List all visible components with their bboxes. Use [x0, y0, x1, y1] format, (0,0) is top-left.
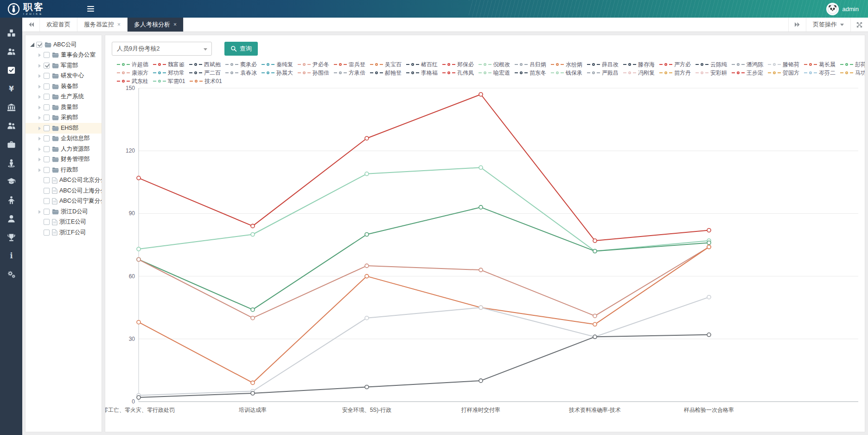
tree-node-企划信息部[interactable]: 企划信息部: [26, 134, 102, 144]
legend-item-孙围倍[interactable]: 孙围倍: [298, 69, 329, 77]
legend-item-潘鸿陈[interactable]: 潘鸿陈: [732, 61, 763, 69]
legend-item-岑芬二[interactable]: 岑芬二: [804, 69, 836, 77]
fullscreen-toggle-button[interactable]: [850, 18, 868, 32]
sidebar-toggle-button[interactable]: [81, 0, 100, 18]
legend-item-秦纯复[interactable]: 秦纯复: [262, 61, 293, 69]
tree-checkbox[interactable]: [44, 115, 50, 121]
legend-item-苗东冬[interactable]: 苗东冬: [515, 69, 546, 77]
tree-node-人力资源部[interactable]: 人力资源部: [26, 144, 102, 154]
tree-checkbox[interactable]: [44, 188, 50, 194]
tree-expander-icon[interactable]: [37, 135, 43, 141]
legend-item-郑保必[interactable]: 郑保必: [442, 61, 474, 69]
tree-expander-icon[interactable]: [37, 104, 43, 110]
legend-item-薛昌改[interactable]: 薛昌改: [587, 61, 619, 69]
tree-node-ABC公司[interactable]: ABC公司: [26, 39, 102, 50]
tabs-scroll-left-button[interactable]: [22, 18, 40, 32]
tree-node-浙江F公司[interactable]: 浙江F公司: [26, 227, 102, 238]
legend-item-苗方丹[interactable]: 苗方丹: [659, 69, 691, 77]
tree-expander-icon[interactable]: [37, 52, 43, 58]
sidebar-module-users[interactable]: [0, 42, 22, 61]
tree-checkbox[interactable]: [44, 146, 50, 152]
tree-checkbox[interactable]: [44, 209, 50, 215]
tree-checkbox[interactable]: [44, 167, 50, 173]
legend-item-西斌抱[interactable]: 西斌抱: [189, 61, 221, 69]
tree-checkbox[interactable]: [44, 135, 50, 141]
tree-checkbox[interactable]: [44, 230, 50, 236]
tree-node-董事会办公室[interactable]: 董事会办公室: [26, 50, 102, 61]
tree-checkbox[interactable]: [44, 73, 50, 79]
legend-item-郑功常[interactable]: 郑功常: [153, 69, 185, 77]
user-menu[interactable]: admin: [826, 3, 859, 15]
legend-item-钱保承[interactable]: 钱保承: [551, 69, 582, 77]
legend-item-许超德[interactable]: 许超德: [117, 61, 148, 69]
sidebar-module-cubes[interactable]: [0, 24, 22, 42]
tree-checkbox[interactable]: [44, 198, 50, 204]
legend-item-孔伟凤[interactable]: 孔伟凤: [442, 69, 474, 77]
sidebar-module-yen[interactable]: ¥: [0, 79, 22, 98]
tree-expander-icon[interactable]: [37, 83, 43, 90]
tree-expander-icon[interactable]: [37, 94, 43, 100]
legend-item-孙晨大[interactable]: 孙晨大: [262, 69, 293, 77]
legend-item-贺国方[interactable]: 贺国方: [768, 69, 799, 77]
sidebar-module-user[interactable]: [0, 209, 22, 228]
tree-expander-icon[interactable]: [37, 115, 43, 121]
tree-checkbox[interactable]: [44, 156, 50, 162]
legend-item-安彩耕[interactable]: 安彩耕: [696, 69, 727, 77]
legend-item-武东桂[interactable]: 武东桂: [117, 77, 148, 85]
tab-服务器监控[interactable]: 服务器监控×: [77, 18, 128, 32]
legend-item-严方必[interactable]: 严方必: [659, 61, 691, 69]
tree-checkbox[interactable]: [44, 104, 50, 110]
tree-node-ABC公司北京分公司[interactable]: ABC公司北京分公司: [26, 175, 102, 186]
tree-expander-icon[interactable]: [37, 146, 43, 152]
tree-node-质量部[interactable]: 质量部: [26, 102, 102, 113]
tree-node-财务管理部[interactable]: 财务管理部: [26, 154, 102, 165]
tree-checkbox[interactable]: [44, 94, 50, 100]
tree-expander-icon[interactable]: [37, 156, 43, 162]
legend-item-严殿昌[interactable]: 严殿昌: [587, 69, 619, 77]
tree-checkbox[interactable]: [44, 177, 50, 183]
legend-item-雷兵登[interactable]: 雷兵登: [334, 61, 365, 69]
tab-close-icon[interactable]: ×: [117, 22, 121, 27]
tree-node-研发中心[interactable]: 研发中心: [26, 71, 102, 82]
tree-expander-icon[interactable]: [29, 42, 35, 48]
sidebar-module-gears[interactable]: [0, 265, 22, 283]
tree-node-EHS部[interactable]: EHS部: [26, 123, 102, 134]
legend-item-魏富鉴[interactable]: 魏富鉴: [153, 61, 185, 69]
tree-node-装备部[interactable]: 装备部: [26, 81, 102, 92]
legend-item-技术01[interactable]: 技术01: [190, 77, 222, 85]
assessment-select[interactable]: 人员9月份考核2: [112, 42, 212, 56]
legend-item-喻宏道[interactable]: 喻宏道: [479, 69, 510, 77]
tab-close-icon[interactable]: ×: [173, 22, 177, 27]
tree-checkbox[interactable]: [44, 63, 50, 69]
tab-多人考核分析[interactable]: 多人考核分析×: [128, 18, 184, 32]
legend-item-滕铬荷[interactable]: 滕铬荷: [768, 61, 799, 69]
tree-node-军需部[interactable]: 军需部: [26, 60, 102, 71]
legend-item-冯刚复[interactable]: 冯刚复: [623, 69, 655, 77]
sidebar-module-trophy[interactable]: [0, 228, 22, 246]
tab-operations-dropdown[interactable]: 页签操作: [806, 18, 850, 32]
legend-item-严二百[interactable]: 严二百: [189, 69, 221, 77]
legend-item-水纷炳[interactable]: 水纷炳: [551, 61, 582, 69]
tree-node-浙江D公司[interactable]: 浙江D公司: [26, 206, 102, 217]
tree-node-采购部[interactable]: 采购部: [26, 113, 102, 123]
tree-node-生产系统[interactable]: 生产系统: [26, 92, 102, 102]
tree-expander-icon[interactable]: [37, 125, 43, 131]
tree-node-行政部[interactable]: 行政部: [26, 165, 102, 175]
legend-item-军需01[interactable]: 军需01: [153, 77, 185, 85]
query-button[interactable]: 查询: [224, 42, 258, 56]
legend-item-云陈纯[interactable]: 云陈纯: [696, 61, 727, 69]
legend-item-倪根改[interactable]: 倪根改: [479, 61, 510, 69]
sidebar-module-team[interactable]: [0, 116, 22, 135]
sidebar-module-street-view[interactable]: [0, 154, 22, 172]
legend-item-马功陈[interactable]: 马功陈: [840, 69, 865, 77]
tree-checkbox[interactable]: [36, 42, 42, 48]
sidebar-module-check-square[interactable]: [0, 61, 22, 79]
sidebar-module-briefcase[interactable]: [0, 135, 22, 154]
legend-item-尹必冬[interactable]: 尹必冬: [298, 61, 329, 69]
legend-item-方承倍[interactable]: 方承倍: [334, 69, 365, 77]
sidebar-module-info[interactable]: i: [0, 246, 22, 265]
legend-item-袁春冰[interactable]: 袁春冰: [225, 69, 257, 77]
legend-item-楮百红[interactable]: 楮百红: [406, 61, 438, 69]
tab-欢迎首页[interactable]: 欢迎首页: [40, 18, 77, 32]
sidebar-module-child[interactable]: [0, 191, 22, 209]
